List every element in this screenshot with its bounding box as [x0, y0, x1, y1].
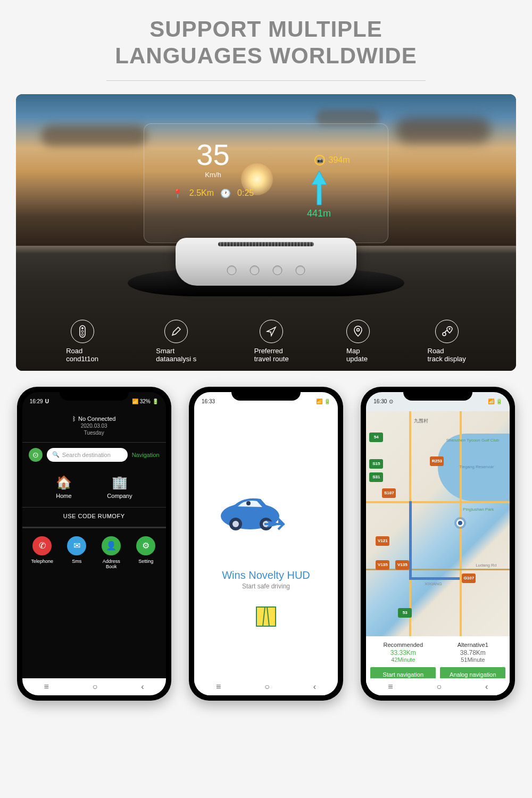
map-view[interactable]: 54 S15 S31 R253 S107 V121 V135 V135 G107…	[366, 411, 510, 636]
map-label: Pinglushan Park	[463, 507, 494, 512]
feature-smart-data: Smartdataanalysi s	[156, 320, 196, 363]
road-shield: 53	[398, 608, 412, 618]
home-icon[interactable]: ○	[93, 682, 98, 692]
hud-nav-distance: 441m	[307, 208, 331, 219]
clock-icon: 🕐	[220, 188, 231, 198]
promo-code: USE CODE RUMOFY	[22, 508, 166, 527]
hud-time: 0:25	[237, 188, 254, 198]
map-label: Ludang Rd	[476, 563, 496, 568]
quick-company[interactable]: 🏢 Company	[107, 475, 132, 499]
map-pin-icon	[346, 320, 370, 343]
feature-track: Roadtrack display	[428, 320, 466, 363]
road-shield: V121	[376, 536, 389, 546]
phones-row: 16:29 U 📶32%🔋 ᛒ No Connected 2020.03.03 …	[0, 371, 532, 701]
pencil-icon	[164, 320, 188, 343]
hud-device	[176, 238, 356, 286]
splash-title: Wins Novelty HUD	[222, 569, 310, 581]
phone-icon: ✆	[32, 536, 52, 555]
connection-status: ᛒ No Connected 2020.03.03 Tuesday	[22, 411, 166, 442]
svg-point-6	[448, 328, 450, 329]
map-label: Tiegang Reservoir	[459, 464, 494, 469]
android-nav-bar[interactable]: ≡○‹	[22, 678, 166, 695]
device-button	[250, 265, 260, 275]
svg-point-3	[81, 334, 84, 336]
feature-row: Roadcond1t1on Smartdataanalysi s Preferr…	[16, 320, 516, 363]
location-icon[interactable]: ⊙	[29, 448, 43, 462]
phone-app-home: 16:29 U 📶32%🔋 ᛒ No Connected 2020.03.03 …	[17, 387, 171, 701]
phone-splash: 16:33 📶🔋 Wins Novelty HUD Start safe dri…	[189, 387, 343, 701]
device-button	[296, 265, 305, 275]
pin-icon: 📍	[172, 188, 183, 198]
road-shield: S15	[369, 459, 383, 469]
navigation-link[interactable]: Navigation	[132, 452, 160, 458]
hud-speed: 35	[160, 140, 266, 170]
road-shield: 54	[369, 433, 383, 442]
svg-point-2	[81, 330, 84, 332]
road-shield: V135	[376, 560, 389, 570]
android-nav-bar[interactable]: ≡○‹	[194, 678, 338, 695]
map-label: XIXIANG	[425, 581, 442, 586]
bluetooth-icon: ᛒ	[72, 415, 76, 422]
start-marker	[456, 519, 464, 527]
app-address-book[interactable]: 👤Address Book	[97, 536, 126, 569]
header-title: SUPPORT MULTIPLELANGUAGES WORLDWIDE	[0, 16, 532, 70]
device-button	[227, 265, 237, 275]
svg-point-9	[232, 521, 239, 527]
back-icon[interactable]: ‹	[313, 682, 316, 692]
back-icon[interactable]: ‹	[141, 682, 144, 692]
svg-point-1	[81, 327, 84, 329]
road-shield: S31	[369, 472, 383, 482]
search-icon: 🔍	[52, 451, 60, 458]
app-setting[interactable]: ⚙Setting	[131, 536, 161, 569]
splash-illustration	[205, 479, 327, 553]
road-shield: V135	[395, 560, 409, 570]
sms-icon: ✉	[67, 536, 86, 555]
recents-icon[interactable]: ≡	[388, 682, 393, 692]
splash-subtitle: Start safe driving	[222, 583, 310, 590]
home-icon[interactable]: ○	[264, 682, 270, 692]
recents-icon[interactable]: ≡	[216, 682, 221, 692]
svg-point-12	[246, 501, 251, 505]
feature-road-condition: Roadcond1t1on	[66, 320, 98, 363]
hud-projection: 35 Km/h 📍 2.5Km 🕐 0:25 📷 394m 441m	[144, 123, 388, 243]
map-label: Shenzhen Tycoon Golf Club	[446, 438, 499, 443]
phone-navigation: 16:30 ⊙ 📶🔋 54 S15 S31 R253 S107 V121 V13…	[361, 387, 515, 701]
home-icon: 🏠	[56, 475, 72, 490]
nav-arrow-icon	[310, 170, 329, 207]
home-icon[interactable]: ○	[436, 682, 442, 692]
map-label: 九围村	[414, 418, 428, 425]
svg-point-4	[357, 328, 360, 331]
header: SUPPORT MULTIPLELANGUAGES WORLDWIDE	[0, 0, 532, 94]
hero-product-image: 35 Km/h 📍 2.5Km 🕐 0:25 📷 394m 441m	[16, 94, 516, 371]
route-line	[409, 501, 460, 580]
hud-distance: 2.5Km	[189, 188, 214, 198]
camera-icon: 📷	[314, 155, 325, 165]
building-icon: 🏢	[107, 475, 132, 490]
road-shield: S107	[382, 488, 396, 498]
recents-icon[interactable]: ≡	[44, 682, 49, 692]
hud-unit: Km/h	[160, 171, 266, 179]
android-nav-bar[interactable]: ≡○‹	[366, 678, 510, 695]
arrow-icon	[263, 516, 285, 532]
traffic-light-icon	[71, 320, 94, 343]
feature-map-update: Mapupdate	[346, 320, 370, 363]
app-sms[interactable]: ✉Sms	[62, 536, 92, 569]
feature-route: Preferredtravel route	[254, 320, 289, 363]
quick-home[interactable]: 🏠 Home	[56, 475, 72, 499]
road-icon	[255, 606, 277, 627]
gear-icon: ⚙	[136, 536, 155, 555]
route-alternative[interactable]: Alternative1 38.78Km 51Minute	[440, 642, 505, 663]
road-shield: G107	[462, 573, 476, 583]
hud-cam-distance: 394m	[328, 155, 350, 165]
svg-rect-13	[256, 607, 276, 626]
device-button	[273, 265, 282, 275]
back-icon[interactable]: ‹	[485, 682, 488, 692]
contacts-icon: 👤	[102, 536, 121, 555]
svg-point-5	[443, 332, 446, 336]
app-telephone[interactable]: ✆Telephone	[28, 536, 57, 569]
cursor-icon	[260, 320, 283, 343]
road-shield: R253	[430, 456, 444, 466]
route-pin-icon	[435, 320, 459, 343]
search-input[interactable]: 🔍Search destination	[47, 448, 128, 462]
route-recommended[interactable]: Recommended 33.33Km 42Minute	[370, 642, 436, 663]
